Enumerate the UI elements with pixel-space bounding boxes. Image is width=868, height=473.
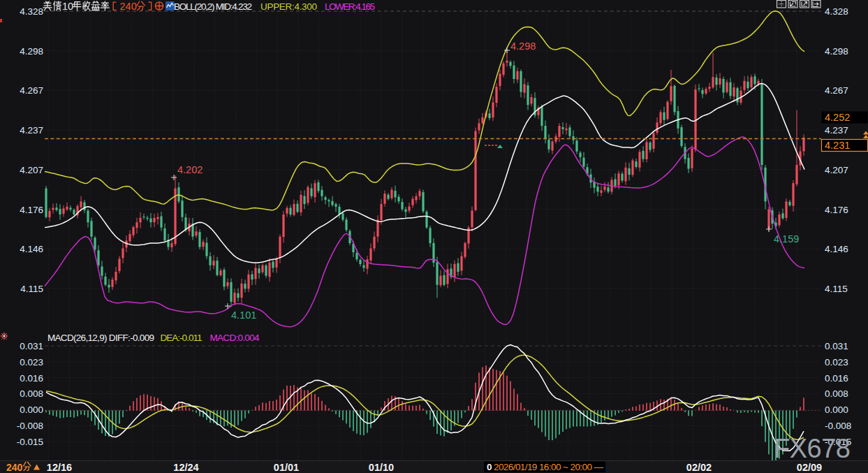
svg-text:DEA:-0.011: DEA:-0.011	[161, 333, 203, 343]
svg-text:240: 240	[6, 462, 23, 473]
svg-text:12/16: 12/16	[47, 462, 72, 473]
svg-text:0.031: 0.031	[825, 341, 848, 351]
svg-text:4.328: 4.328	[825, 6, 848, 17]
svg-text:4.115: 4.115	[20, 284, 43, 294]
svg-text:4.101: 4.101	[231, 310, 256, 321]
svg-text:4.328: 4.328	[20, 6, 43, 17]
svg-text:4.298: 4.298	[20, 46, 43, 57]
svg-text:4.237: 4.237	[825, 125, 848, 136]
svg-text:4.207: 4.207	[20, 165, 43, 175]
svg-text:12/24: 12/24	[173, 462, 198, 473]
svg-text:0: 0	[487, 462, 492, 472]
svg-text:4.298: 4.298	[510, 41, 536, 52]
svg-text:4.231: 4.231	[825, 140, 850, 151]
svg-text:4.267: 4.267	[20, 85, 43, 96]
svg-text:01/10: 01/10	[369, 462, 394, 473]
svg-text:LOWER:4.165: LOWER:4.165	[325, 1, 375, 12]
svg-text:4.298: 4.298	[825, 46, 848, 57]
svg-text:UPPER:4.300: UPPER:4.300	[260, 1, 317, 12]
svg-text:4.207: 4.207	[825, 165, 848, 175]
svg-text:02/02: 02/02	[686, 462, 712, 473]
svg-text:4.267: 4.267	[825, 85, 848, 96]
svg-text:10: 10	[62, 1, 73, 12]
svg-text:BOLL(20,2) MID:4.232: BOLL(20,2) MID:4.232	[174, 1, 252, 12]
svg-text:0.016: 0.016	[825, 373, 848, 384]
svg-text:02/09: 02/09	[797, 462, 822, 473]
svg-text:0.000: 0.000	[825, 405, 848, 415]
svg-text:2026/01/19 16:00 ~ 20:00 —: 2026/01/19 16:00 ~ 20:00 —	[494, 462, 604, 472]
svg-text:MACD:0.004: MACD:0.004	[210, 333, 260, 343]
svg-text:4.176: 4.176	[825, 205, 848, 215]
svg-text:4.146: 4.146	[20, 244, 43, 254]
svg-text:4.202: 4.202	[177, 164, 203, 175]
svg-text:01/01: 01/01	[274, 462, 299, 473]
svg-text:0.031: 0.031	[20, 341, 43, 351]
svg-text:4.252: 4.252	[825, 112, 850, 123]
svg-text:4.115: 4.115	[825, 284, 848, 294]
svg-text:0.008: 0.008	[20, 388, 43, 399]
svg-text:4.146: 4.146	[825, 244, 848, 254]
svg-text:0.023: 0.023	[825, 357, 848, 368]
svg-text:4.159: 4.159	[774, 233, 799, 245]
svg-text:FX678: FX678	[774, 434, 851, 463]
svg-text:0.000: 0.000	[20, 405, 43, 415]
svg-text:0.016: 0.016	[20, 373, 43, 384]
svg-text:-0.015: -0.015	[17, 437, 43, 447]
svg-text:240: 240	[120, 1, 137, 12]
svg-text:-0.008: -0.008	[825, 421, 851, 431]
svg-text:-0.008: -0.008	[17, 421, 43, 431]
svg-text:4.176: 4.176	[20, 205, 43, 215]
svg-text:0.023: 0.023	[20, 357, 43, 368]
svg-text:4.237: 4.237	[20, 125, 43, 136]
svg-text:0.008: 0.008	[825, 388, 848, 399]
svg-text:MACD(26,12,9) DIFF:-0.009: MACD(26,12,9) DIFF:-0.009	[47, 333, 154, 343]
